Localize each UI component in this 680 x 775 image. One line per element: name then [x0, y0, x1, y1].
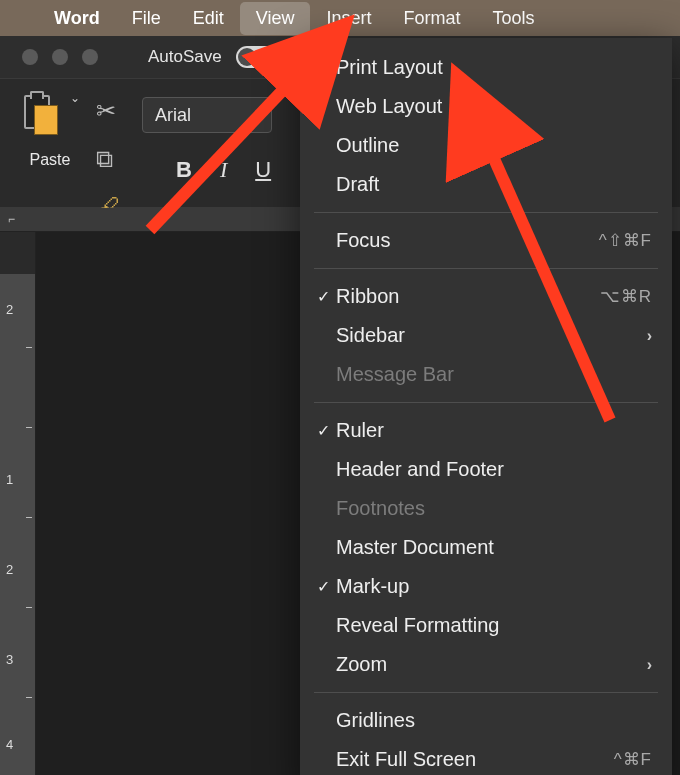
- ruler-mark: 3: [6, 652, 13, 667]
- menu-item-exit-full-screen[interactable]: Exit Full Screen^⌘F: [300, 740, 672, 775]
- check-icon: ✓: [310, 58, 336, 77]
- vertical-ruler[interactable]: 2 1 2 3 4: [0, 232, 36, 775]
- menu-item-print-layout[interactable]: ✓Print Layout: [300, 48, 672, 87]
- paste-icon[interactable]: [20, 91, 64, 139]
- check-icon: ✓: [310, 577, 336, 596]
- ruler-mark: 4: [6, 737, 13, 752]
- menubar-format[interactable]: Format: [387, 2, 476, 35]
- menu-item-reveal-formatting[interactable]: Reveal Formatting: [300, 606, 672, 645]
- italic-button[interactable]: I: [220, 157, 227, 183]
- menu-item-focus[interactable]: Focus^⇧⌘F: [300, 221, 672, 260]
- menu-item-label: Focus: [336, 229, 599, 252]
- menu-item-label: Footnotes: [336, 497, 652, 520]
- menu-item-zoom[interactable]: Zoom›: [300, 645, 672, 684]
- menu-item-label: Exit Full Screen: [336, 748, 614, 771]
- menu-item-footnotes: Footnotes: [300, 489, 672, 528]
- menu-item-gridlines[interactable]: Gridlines: [300, 701, 672, 740]
- ruler-mark: 2: [6, 302, 13, 317]
- check-icon: ✓: [310, 287, 336, 306]
- font-name-combobox[interactable]: Arial: [142, 97, 272, 133]
- submenu-arrow-icon: ›: [647, 656, 652, 674]
- menu-item-master-document[interactable]: Master Document: [300, 528, 672, 567]
- view-menu-dropdown: ✓Print LayoutWeb LayoutOutlineDraftFocus…: [300, 38, 672, 775]
- menu-item-label: Outline: [336, 134, 652, 157]
- check-icon: ✓: [310, 421, 336, 440]
- traffic-light-zoom[interactable]: [82, 49, 98, 65]
- menu-item-label: Ruler: [336, 419, 652, 442]
- menubar-app-name[interactable]: Word: [38, 2, 116, 35]
- menu-item-label: Web Layout: [336, 95, 652, 118]
- copy-icon[interactable]: ⧉: [96, 145, 120, 173]
- menu-shortcut: ^⇧⌘F: [599, 230, 652, 251]
- menu-item-sidebar[interactable]: Sidebar›: [300, 316, 672, 355]
- mac-menubar: Word File Edit View Insert Format Tools: [0, 0, 680, 36]
- menu-item-draft[interactable]: Draft: [300, 165, 672, 204]
- menu-item-label: Master Document: [336, 536, 652, 559]
- menu-item-label: Gridlines: [336, 709, 652, 732]
- menu-item-label: Draft: [336, 173, 652, 196]
- menu-item-label: Mark-up: [336, 575, 652, 598]
- menu-item-label: Header and Footer: [336, 458, 652, 481]
- autosave-toggle[interactable]: [236, 46, 278, 68]
- menu-item-web-layout[interactable]: Web Layout: [300, 87, 672, 126]
- menubar-view[interactable]: View: [240, 2, 311, 35]
- menu-item-label: Reveal Formatting: [336, 614, 652, 637]
- menu-item-label: Print Layout: [336, 56, 652, 79]
- menu-item-label: Zoom: [336, 653, 647, 676]
- bold-button[interactable]: B: [176, 157, 192, 183]
- menu-shortcut: ⌥⌘R: [600, 286, 652, 307]
- font-name-value: Arial: [155, 105, 191, 126]
- menu-item-label: Sidebar: [336, 324, 647, 347]
- menubar-insert[interactable]: Insert: [310, 2, 387, 35]
- menubar-file[interactable]: File: [116, 2, 177, 35]
- underline-button[interactable]: U: [255, 157, 271, 183]
- menubar-edit[interactable]: Edit: [177, 2, 240, 35]
- tab-stop-icon[interactable]: ⌐: [8, 212, 15, 226]
- paste-dropdown-caret[interactable]: ⌄: [70, 91, 80, 105]
- menu-item-ribbon[interactable]: ✓Ribbon⌥⌘R: [300, 277, 672, 316]
- paste-button-label: Paste: [30, 151, 71, 169]
- menu-item-mark-up[interactable]: ✓Mark-up: [300, 567, 672, 606]
- menu-shortcut: ^⌘F: [614, 749, 652, 770]
- menu-item-outline[interactable]: Outline: [300, 126, 672, 165]
- menu-item-label: Message Bar: [336, 363, 652, 386]
- traffic-light-close[interactable]: [22, 49, 38, 65]
- menu-item-header-and-footer[interactable]: Header and Footer: [300, 450, 672, 489]
- menu-item-message-bar: Message Bar: [300, 355, 672, 394]
- menu-item-label: Ribbon: [336, 285, 600, 308]
- traffic-light-minimize[interactable]: [52, 49, 68, 65]
- ruler-mark: 2: [6, 562, 13, 577]
- menubar-tools[interactable]: Tools: [476, 2, 550, 35]
- autosave-label: AutoSave: [148, 47, 222, 67]
- cut-icon[interactable]: ✂: [96, 97, 120, 125]
- ruler-mark: 1: [6, 472, 13, 487]
- submenu-arrow-icon: ›: [647, 327, 652, 345]
- menu-item-ruler[interactable]: ✓Ruler: [300, 411, 672, 450]
